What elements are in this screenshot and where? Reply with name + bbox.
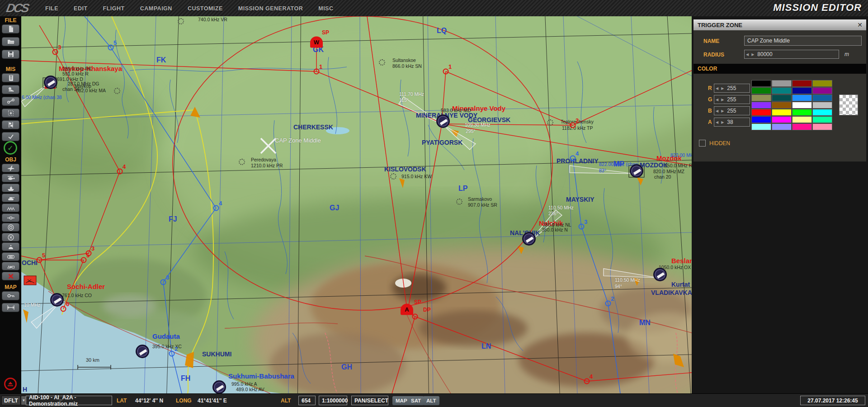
- palette-swatch[interactable]: [772, 80, 792, 87]
- palette-swatch[interactable]: [751, 102, 771, 109]
- channel-stepper-b[interactable]: ◀▶255: [714, 106, 750, 115]
- mode-field[interactable]: PAN/SELECT: [351, 396, 388, 405]
- waypoint-circle[interactable]: [412, 314, 418, 320]
- mission-file-field[interactable]: AID-100 - AI_A2A - Demonstration.miz: [26, 396, 112, 405]
- save-mission-button[interactable]: [2, 50, 19, 59]
- channel-stepper-g[interactable]: ◀▶255: [714, 95, 750, 104]
- palette-swatch[interactable]: [751, 95, 771, 101]
- color-preview-swatch[interactable]: [839, 95, 858, 115]
- hostile-unit-icon[interactable]: W: [310, 37, 323, 48]
- palette-swatch[interactable]: [812, 116, 832, 123]
- waypoint-circle[interactable]: [584, 379, 590, 384]
- palette-swatch[interactable]: [792, 102, 812, 109]
- stepper-left-icon[interactable]: ◀: [714, 86, 720, 90]
- palette-swatch[interactable]: [751, 87, 771, 94]
- scale-field[interactable]: 1:1000000: [319, 396, 347, 405]
- palette-swatch[interactable]: [751, 109, 771, 116]
- airport-icon-nalchik[interactable]: [522, 232, 536, 246]
- palette-swatch[interactable]: [812, 80, 832, 87]
- exit-button[interactable]: [4, 378, 17, 390]
- layer-button-alt[interactable]: ALT: [423, 396, 439, 405]
- palette-swatch[interactable]: [812, 95, 832, 101]
- palette-swatch[interactable]: [812, 123, 832, 130]
- waypoint-circle[interactable]: [570, 123, 576, 128]
- waypoint-circle[interactable]: [52, 49, 58, 55]
- waypoint-circle[interactable]: [160, 279, 166, 285]
- menu-item-customize[interactable]: CUSTOMIZE: [188, 5, 223, 12]
- hidden-checkbox[interactable]: [699, 140, 706, 147]
- menu-item-file[interactable]: FILE: [45, 5, 58, 12]
- waypoint-circle[interactable]: [37, 257, 42, 263]
- airport-icon-beslan[interactable]: [653, 268, 667, 281]
- palette-swatch[interactable]: [812, 87, 832, 94]
- palette-swatch[interactable]: [772, 95, 792, 101]
- airport-icon-maykop-khanskaya[interactable]: [44, 76, 57, 89]
- vehicle-group-button[interactable]: [2, 194, 19, 202]
- menu-item-edit[interactable]: EDIT: [74, 5, 87, 12]
- alt-field[interactable]: 654: [298, 396, 316, 405]
- spawn-box-button[interactable]: [2, 109, 19, 118]
- stepper-right-icon[interactable]: ▶: [720, 120, 725, 124]
- palette-swatch[interactable]: [792, 95, 812, 101]
- shapes-button[interactable]: [2, 262, 19, 270]
- palette-swatch[interactable]: [792, 109, 812, 116]
- menu-item-flight[interactable]: FLIGHT: [103, 5, 125, 12]
- channel-stepper-r[interactable]: ◀▶255: [714, 84, 750, 93]
- waypoint-circle[interactable]: [605, 301, 611, 307]
- stepper-left-icon[interactable]: ◀: [714, 120, 720, 124]
- ship-group-button[interactable]: [2, 184, 19, 192]
- palette-swatch[interactable]: [792, 123, 812, 130]
- zone-name-input[interactable]: [744, 36, 862, 46]
- radius-stepper[interactable]: ◀ ▶ 80000: [744, 50, 839, 59]
- palette-swatch[interactable]: [751, 80, 771, 87]
- stepper-right-icon[interactable]: ▶: [750, 52, 755, 57]
- palette-swatch[interactable]: [772, 116, 792, 123]
- stepper-left-icon[interactable]: ◀: [714, 109, 720, 113]
- waypoint-circle[interactable]: [61, 306, 66, 312]
- airplane-group-button[interactable]: [2, 164, 19, 172]
- palette-swatch[interactable]: [772, 102, 792, 109]
- waypoint-circle[interactable]: [314, 69, 320, 75]
- menu-item-mission-generator[interactable]: MISSION GENERATOR: [238, 5, 303, 12]
- remove-zone-button[interactable]: [2, 233, 19, 241]
- hidden-checkbox-row[interactable]: HIDDEN: [699, 140, 730, 147]
- static-object-button[interactable]: [2, 204, 19, 212]
- airport-icon-mineralnye-vody[interactable]: [436, 114, 450, 128]
- layer-button-sat[interactable]: SAT: [408, 396, 424, 405]
- palette-swatch[interactable]: [751, 123, 771, 130]
- links-button[interactable]: [2, 97, 19, 106]
- waypoint-button[interactable]: [2, 213, 19, 222]
- palette-swatch[interactable]: [751, 116, 771, 123]
- airport-icon-sochi-adler[interactable]: [50, 293, 64, 307]
- stepper-left-icon[interactable]: ◀: [745, 52, 750, 57]
- briefing-button[interactable]: [2, 73, 19, 82]
- waypoint-circle[interactable]: [579, 224, 585, 230]
- airport-icon-gudauta[interactable]: [136, 345, 149, 358]
- waypoint-circle[interactable]: [570, 156, 576, 161]
- waypoint-circle[interactable]: [108, 45, 114, 51]
- weather-button[interactable]: [2, 85, 19, 94]
- delete-button[interactable]: [2, 272, 19, 280]
- check-button[interactable]: [2, 132, 19, 141]
- map-key-button[interactable]: [2, 291, 19, 300]
- waypoint-circle[interactable]: [213, 205, 219, 211]
- channel-stepper-a[interactable]: ◀▶38: [714, 118, 750, 127]
- template-button[interactable]: [2, 252, 19, 261]
- validate-button[interactable]: ✓: [4, 141, 17, 155]
- airport-icon-sukhumi-babushara[interactable]: [212, 380, 226, 393]
- stepper-right-icon[interactable]: ▶: [720, 109, 725, 113]
- waypoint-circle[interactable]: [443, 69, 449, 75]
- open-mission-button[interactable]: [2, 37, 19, 46]
- ruler-button[interactable]: [2, 303, 19, 312]
- trigger-zone-button[interactable]: [2, 223, 19, 232]
- palette-swatch[interactable]: [772, 87, 792, 94]
- palette-swatch[interactable]: [792, 87, 812, 94]
- palette-swatch[interactable]: [792, 80, 812, 87]
- new-mission-button[interactable]: [2, 24, 19, 33]
- menu-item-campaign[interactable]: CAMPAIGN: [140, 5, 172, 12]
- flags-button[interactable]: [2, 120, 19, 129]
- map-viewport[interactable]: Maykop-KhanskayaMineralnye VodyNalchikMo…: [21, 16, 692, 393]
- waypoint-circle[interactable]: [81, 257, 87, 263]
- airport-icon-mozdok[interactable]: [630, 164, 643, 178]
- waypoint-circle[interactable]: [169, 351, 175, 357]
